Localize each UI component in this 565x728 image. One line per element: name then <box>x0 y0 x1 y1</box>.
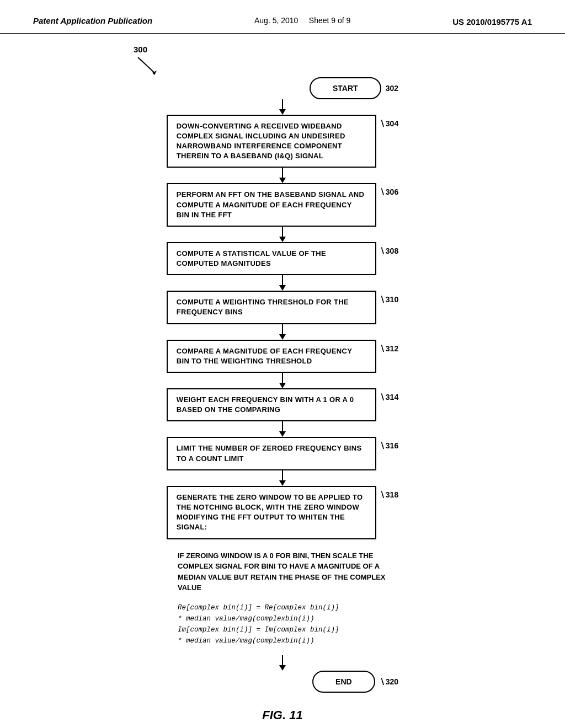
box-308-row: COMPUTE A STATISTICAL VALUE OF THE COMPU… <box>89 242 476 275</box>
arrow-9 <box>279 655 286 671</box>
ref-318: ∖318 <box>380 486 398 499</box>
page: Patent Application Publication Aug. 5, 2… <box>0 0 565 728</box>
arrow-2 <box>279 168 286 183</box>
text-block-zeroing: IF ZEROING WINDOW IS A 0 FOR BINi, THEN … <box>178 547 387 597</box>
ref-302: 302 <box>386 84 398 93</box>
box-306-row: PERFORM AN FFT ON THE BASEBAND SIGNAL AN… <box>89 183 476 227</box>
box-306: PERFORM AN FFT ON THE BASEBAND SIGNAL AN… <box>167 183 376 227</box>
publication-date: Aug. 5, 2010 <box>254 16 298 25</box>
box-310: COMPUTE A WEIGHTING THRESHOLD FOR THE FR… <box>167 291 376 324</box>
box-308: COMPUTE A STATISTICAL VALUE OF THE COMPU… <box>167 242 376 275</box>
box-314: WEIGHT EACH FREQUENCY BIN WITH A 1 OR A … <box>167 388 376 421</box>
arrow-4 <box>279 275 286 291</box>
ref-308: ∖308 <box>380 242 398 255</box>
box-316: LIMIT THE NUMBER OF ZEROED FREQUENCY BIN… <box>167 437 376 470</box>
start-oval: START <box>310 77 381 99</box>
box-318-row: GENERATE THE ZERO WINDOW TO BE APPLIED T… <box>89 486 476 539</box>
end-oval: END <box>312 671 375 693</box>
publication-title: Patent Application Publication <box>33 15 152 26</box>
ref-312: ∖312 <box>380 340 398 353</box>
box-310-row: COMPUTE A WEIGHTING THRESHOLD FOR THE FR… <box>89 291 476 324</box>
ref-314: ∖314 <box>380 388 398 402</box>
ref-304: ∖304 <box>380 115 398 128</box>
ref-310: ∖310 <box>380 291 398 304</box>
arrow-5 <box>279 324 286 340</box>
box-312-row: COMPARE A MAGNITUDE OF EACH FREQUENCY BI… <box>89 340 476 373</box>
box-318: GENERATE THE ZERO WINDOW TO BE APPLIED T… <box>167 486 376 539</box>
box-316-row: LIMIT THE NUMBER OF ZEROED FREQUENCY BIN… <box>89 437 476 470</box>
arrow-1 <box>279 99 286 115</box>
start-row: START 302 <box>89 77 476 99</box>
box-304-row: DOWN-CONVERTING A RECEIVED WIDEBAND COMP… <box>89 115 476 168</box>
patent-number: US 2010/0195775 A1 <box>452 17 532 26</box>
box-304: DOWN-CONVERTING A RECEIVED WIDEBAND COMP… <box>167 115 376 168</box>
end-row: END ∖320 <box>89 671 476 693</box>
arrow-8 <box>279 470 286 486</box>
arrow-6 <box>279 373 286 388</box>
diagram-area: 300 START 302 <box>0 34 565 728</box>
ref-300-label: 300 <box>134 45 147 54</box>
page-header: Patent Application Publication Aug. 5, 2… <box>0 0 565 34</box>
ref-316: ∖316 <box>380 437 398 450</box>
fig-label: FIG. 11 <box>89 708 476 722</box>
ref-320: ∖320 <box>380 677 398 686</box>
arrow-3 <box>279 227 286 242</box>
formula-block: Re[complex bin(i)] = Re[complex bin(i)] … <box>178 600 387 649</box>
box-312: COMPARE A MAGNITUDE OF EACH FREQUENCY BI… <box>167 340 376 373</box>
box-314-row: WEIGHT EACH FREQUENCY BIN WITH A 1 OR A … <box>89 388 476 421</box>
ref-306: ∖306 <box>380 183 398 196</box>
sheet-info: Sheet 9 of 9 <box>309 16 351 25</box>
svg-line-0 <box>138 57 154 73</box>
header-center: Aug. 5, 2010 Sheet 9 of 9 <box>254 15 350 26</box>
ref-300-arrow <box>134 55 161 77</box>
arrow-7 <box>279 421 286 437</box>
